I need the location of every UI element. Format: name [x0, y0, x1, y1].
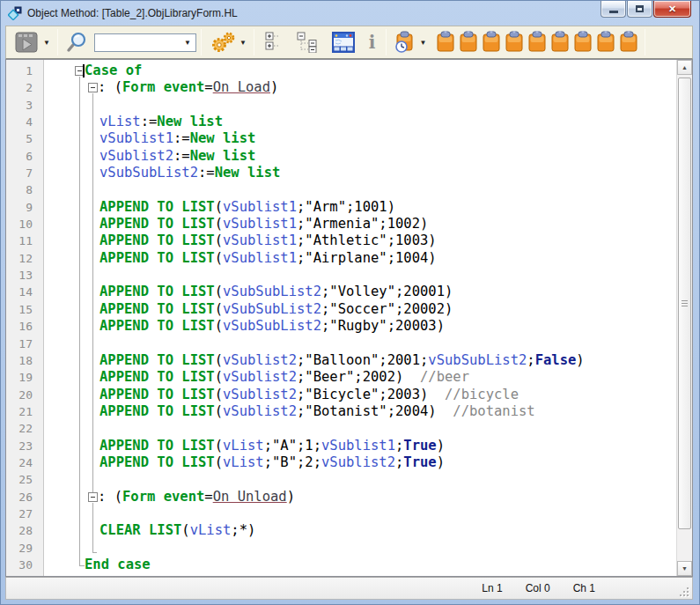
line-number: 13: [6, 267, 43, 284]
line-number: 11: [6, 232, 43, 249]
scroll-down-button[interactable]: ▼: [677, 561, 692, 576]
line-number: 27: [6, 505, 43, 522]
line-number: 14: [6, 284, 43, 300]
code-line: APPEND TO LIST(vSublist1;"Airplane";1004…: [44, 250, 676, 267]
clipboard-icon[interactable]: [549, 30, 571, 55]
title-bar[interactable]: Object Method: [Table_2].ObjLibraryForm.…: [5, 1, 693, 26]
code-line: APPEND TO LIST(vList;"A";1;vSublist1;Tru…: [44, 438, 676, 454]
clipboard-icon[interactable]: [504, 30, 525, 55]
clipboard-icon[interactable]: [595, 30, 616, 55]
code-line: [44, 336, 676, 352]
scrollbar-track[interactable]: [677, 75, 692, 561]
code-line: APPEND TO LIST(vSublist2;"Beer";2002) //…: [44, 369, 676, 386]
line-number: 30: [6, 557, 43, 573]
line-number: 9: [6, 199, 43, 216]
scroll-up-button[interactable]: ▲: [677, 60, 692, 75]
expand-all-button[interactable]: [262, 30, 287, 55]
chevron-down-icon: ▼: [43, 39, 50, 47]
fold-guide: [92, 552, 97, 553]
code-line: APPEND TO LIST(vList;"B";2;vSublist2;Tru…: [44, 454, 676, 471]
minimize-icon: [609, 11, 618, 13]
form-window-icon: [332, 32, 355, 53]
vertical-scrollbar[interactable]: ▲ ▼: [676, 60, 692, 576]
toolbar-separator: [254, 29, 254, 55]
minimize-button[interactable]: [601, 1, 626, 18]
method-properties-button[interactable]: [329, 30, 357, 55]
clipboard-icon[interactable]: [572, 30, 593, 55]
code-line: [44, 97, 676, 114]
resize-grip[interactable]: [678, 586, 689, 596]
toolbar-separator: [645, 29, 645, 55]
chevron-down-icon: ▼: [239, 39, 247, 47]
code-line: [44, 471, 676, 488]
code-line: : (Form event=On Load): [44, 79, 676, 96]
code-line: [44, 505, 676, 522]
clipboard-icon[interactable]: [481, 30, 502, 55]
fold-guide: [92, 503, 93, 552]
run-method-button[interactable]: ▼: [11, 28, 53, 56]
text-cursor: [83, 64, 85, 77]
window: Object Method: [Table_2].ObjLibraryForm.…: [0, 0, 700, 605]
expand-tree-icon: [265, 32, 284, 53]
search-input[interactable]: ▼: [94, 33, 196, 52]
code-layer[interactable]: Case of: (Form event=On Load)vList:=New …: [44, 60, 676, 576]
chevron-down-icon[interactable]: ▼: [184, 39, 191, 47]
information-button[interactable]: i: [363, 32, 382, 53]
fold-guide: [79, 565, 85, 566]
toolbar-separator: [386, 29, 387, 55]
line-number: 4: [6, 114, 43, 130]
line-number: 15: [6, 301, 43, 318]
close-icon: ✕: [668, 4, 676, 15]
toolbar-separator: [201, 29, 202, 55]
fold-toggle[interactable]: [88, 83, 98, 92]
code-line: vSublist2:=New list: [44, 148, 676, 165]
code-line: Case of: [44, 63, 676, 79]
clipboard-icon[interactable]: [527, 30, 548, 55]
line-number: 24: [6, 454, 43, 471]
line-number: 20: [6, 387, 43, 403]
clipboards-group: [434, 30, 640, 55]
scrollbar-thumb[interactable]: [678, 77, 691, 529]
code-line: APPEND TO LIST(vSublist2;"Balloon";2001;…: [44, 352, 676, 369]
magnifier-icon: [66, 31, 89, 54]
line-number: 7: [6, 165, 43, 181]
toolbar: ▼ ▼ ▼: [5, 26, 693, 59]
close-button[interactable]: ✕: [653, 1, 691, 18]
code-line: vSublist1:=New list: [44, 130, 676, 147]
clipboard-history-button[interactable]: ▼: [391, 28, 429, 56]
code-line: APPEND TO LIST(vSublist1;"Arm";1001): [44, 199, 676, 216]
clipboard-clock-icon: [394, 30, 416, 55]
status-line: Ln 1: [482, 582, 502, 594]
maximize-button[interactable]: [627, 1, 652, 18]
line-number: 6: [6, 148, 43, 165]
line-number: 1: [6, 63, 43, 79]
code-line: End case: [44, 557, 676, 573]
collapse-all-button[interactable]: [294, 30, 322, 55]
fold-guide: [92, 93, 93, 491]
line-number: 28: [6, 522, 43, 539]
method-editor: 1234567891011121314151617181920212223242…: [5, 59, 693, 577]
line-number: 29: [6, 540, 43, 557]
chevron-down-icon: ▼: [419, 39, 426, 47]
code-line: : (Form event=On Unload): [44, 489, 676, 505]
clipboard-icon[interactable]: [618, 30, 639, 55]
line-number: 17: [6, 336, 43, 352]
status-column: Col 0: [526, 582, 550, 594]
clipboard-icon[interactable]: [435, 30, 456, 55]
fold-guide: [79, 77, 80, 565]
gears-icon: [209, 30, 237, 55]
code-line: [44, 267, 676, 284]
code-line: APPEND TO LIST(vSubSubList2;"Soccer";200…: [44, 301, 676, 318]
line-number: 19: [6, 369, 43, 386]
toolbar-separator: [57, 29, 58, 55]
maximize-icon: [636, 5, 644, 12]
fold-toggle[interactable]: [88, 492, 98, 502]
code-line: APPEND TO LIST(vSublist2;"Botanist";2004…: [44, 403, 676, 420]
clipboard-icon[interactable]: [458, 30, 479, 55]
code-line: vSubSubList2:=New list: [44, 165, 676, 181]
line-number: 8: [6, 181, 43, 198]
code-line: vList:=New list: [44, 114, 676, 130]
line-number: 18: [6, 352, 43, 369]
line-number: 26: [6, 489, 43, 505]
macros-button[interactable]: ▼: [206, 28, 249, 56]
